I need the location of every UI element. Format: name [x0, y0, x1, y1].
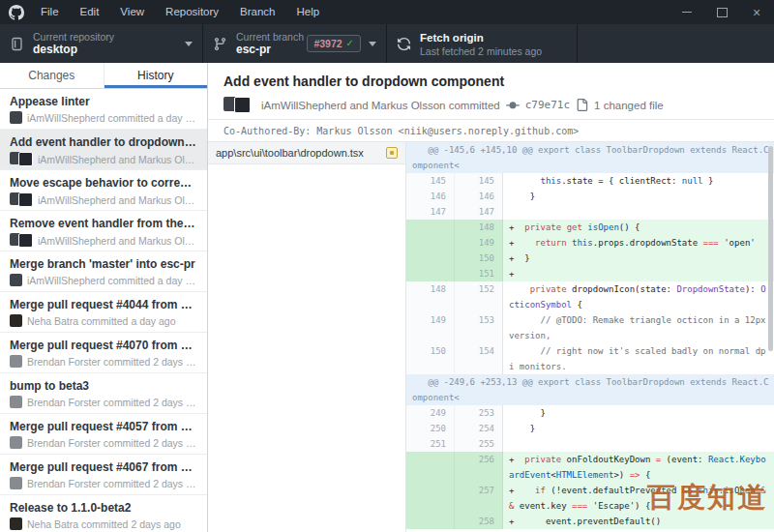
maximize-button[interactable]: [704, 0, 739, 24]
menu-item-repository[interactable]: Repository: [155, 0, 229, 24]
commit-list-item[interactable]: Merge pull request #4044 from desktop/re…: [0, 292, 207, 333]
menu-item-edit[interactable]: Edit: [70, 0, 110, 24]
commit-item-avatars: [10, 152, 33, 166]
code-token: onFoldoutKeyDown: [561, 455, 656, 464]
commit-item-title: Add event handler to dropdown component: [10, 135, 197, 149]
commit-list-item[interactable]: bump to beta3Brendan Forster committed 2…: [0, 373, 207, 414]
diff-old-line-number: [406, 220, 455, 235]
code-token: private: [524, 222, 561, 232]
code-token: +: [509, 455, 524, 464]
commit-item-meta-text: iAmWillShepherd committed a day ago: [27, 275, 197, 286]
code-token: +: [509, 222, 524, 232]
tab-changes[interactable]: Changes: [0, 63, 104, 88]
menu-item-file[interactable]: File: [30, 0, 70, 24]
avatar: [234, 97, 251, 113]
diff-old-line-number: [406, 483, 455, 514]
diff-new-line-number: 151: [455, 266, 503, 281]
code-token: private: [530, 284, 567, 294]
current-branch-button[interactable]: Current branch esc-pr #3972 ✓: [203, 24, 387, 63]
changed-files-panel: app\src\ui\toolbar\dropdown.tsx: [208, 142, 406, 532]
diff-line-context: 148152 private dropdownIcon(state: Dropd…: [406, 281, 774, 312]
diff-line-context: 149153 // @TODO: Remake triangle octicon…: [406, 312, 774, 343]
commit-item-title: Release to 1.1.0-beta2: [10, 501, 197, 515]
commit-list-item[interactable]: Merge branch 'master' into esc-priAmWill…: [0, 251, 207, 292]
code-token: +: [509, 486, 535, 495]
diff-hunk-header: @@ -249,6 +253,13 @@ export class Toolba…: [406, 374, 774, 405]
diff-old-line-number: 250: [406, 421, 455, 436]
commit-item-meta-text: Brendan Forster committed 2 days ago: [27, 356, 197, 368]
commit-list-item[interactable]: Remove event handler from the branches l…: [0, 211, 207, 251]
commit-item-title: Merge pull request #4067 from desktop/up…: [10, 460, 197, 474]
diff-code-line: }: [503, 405, 774, 421]
tab-history[interactable]: History: [104, 63, 208, 88]
diff-line-added: 148+ private get isOpen() {: [406, 220, 774, 235]
commit-item-meta-text: iAmWillShepherd and Markus Olsson commit…: [38, 154, 197, 165]
commit-title: Add event handler to dropdown component: [223, 74, 759, 89]
code-token: + }: [509, 253, 530, 263]
fetch-origin-subtitle: Last fetched 2 minutes ago: [420, 45, 542, 57]
commit-item-meta-text: Brendan Forster committed 2 days ago: [27, 437, 197, 449]
diff-code-line: + }: [503, 251, 774, 266]
diff-line-added: 257+ if (!event.defaultPrevented && this…: [406, 483, 774, 514]
file-list-item[interactable]: app\src\ui\toolbar\dropdown.tsx: [208, 142, 405, 164]
file-modified-icon: [386, 147, 398, 159]
code-token: ===: [572, 501, 587, 511]
commit-item-avatars: [10, 355, 22, 368]
diff-scrollbar-thumb[interactable]: [768, 146, 773, 351]
avatar: [10, 314, 22, 327]
diff-old-line-number: [406, 514, 455, 529]
diff-new-line-number: 253: [455, 405, 503, 421]
github-logo-icon: [9, 5, 24, 20]
code-token: .props.dropdownState: [593, 238, 703, 248]
diff-code-line: // right now it's scaled badly on normal…: [503, 343, 774, 374]
diff-new-line-number: 150: [455, 251, 503, 266]
commit-item-title: Merge branch 'master' into esc-pr: [10, 257, 197, 271]
menu-item-help[interactable]: Help: [285, 0, 330, 24]
commit-list-item[interactable]: Move escape behavior to correct componen…: [0, 170, 207, 211]
code-token: [509, 346, 541, 356]
code-token: 'open': [724, 238, 756, 248]
commit-list-item[interactable]: Merge pull request #4057 from desktop/fi…: [0, 414, 207, 455]
code-token: }: [509, 424, 535, 433]
fetch-origin-button[interactable]: Fetch origin Last fetched 2 minutes ago: [387, 24, 578, 63]
diff-line-context: 146146 }: [406, 189, 774, 204]
avatar: [18, 192, 33, 207]
commit-item-meta: iAmWillShepherd and Markus Olsson commit…: [10, 192, 197, 207]
code-token: }: [703, 176, 714, 186]
code-token: event.key: [514, 501, 572, 511]
commit-list-item[interactable]: Release to 1.1.0-beta2Neha Batra committ…: [0, 495, 207, 532]
commit-item-title: Remove event handler from the branches l…: [10, 217, 197, 230]
diff-line-context: 145145 this.state = { clientRect: null }: [406, 173, 774, 189]
commit-list-item[interactable]: Add event handler to dropdown componenti…: [0, 130, 207, 170]
avatar: [10, 436, 22, 449]
commit-list-item[interactable]: Appease linteriAmWillShepherd committed …: [0, 89, 207, 130]
current-repository-button[interactable]: Current repository desktop: [0, 24, 203, 63]
commit-item-meta: Brendan Forster committed 2 days ago: [10, 396, 197, 408]
commit-item-meta-text: Neha Batra committed a day ago: [27, 315, 176, 327]
diff-code-line: + return this.props.dropdownState === 'o…: [503, 235, 774, 251]
diff-code-line: private dropdownIcon(state: DropdownStat…: [503, 281, 774, 312]
pr-number: #3972: [313, 38, 342, 49]
avatar: [18, 233, 33, 248]
menu-item-branch[interactable]: Branch: [229, 0, 285, 24]
commit-item-meta: Neha Batra committed 2 days ago: [10, 517, 197, 530]
git-branch-icon: [213, 37, 227, 51]
commit-item-avatars: [10, 477, 22, 489]
diff-panel: @@ -145,6 +145,10 @@ export class Toolba…: [406, 142, 774, 532]
commit-list-item[interactable]: Merge pull request #4070 from desktop/bu…: [0, 333, 207, 373]
diff-code-line: + if (!event.defaultPrevented && this.is…: [503, 483, 774, 514]
menu-item-view[interactable]: View: [109, 0, 155, 24]
code-token: () {: [619, 222, 640, 232]
code-token: // @TODO: Remake triangle octicon in a 1…: [509, 315, 771, 340]
diff-line-added: 150+ }: [406, 251, 774, 266]
minimize-button[interactable]: [670, 0, 704, 24]
commit-list-item[interactable]: Merge pull request #4067 from desktop/up…: [0, 455, 207, 495]
pr-check-icon: ✓: [346, 39, 354, 48]
commit-item-title: Merge pull request #4070 from desktop/bu…: [10, 339, 197, 352]
pr-status-badge: #3972 ✓: [307, 35, 361, 52]
diff-code-line: + private get isOpen() {: [503, 220, 774, 235]
commit-authors: iAmWillShepherd and Markus Olsson commit…: [261, 100, 500, 111]
commit-item-avatars: [10, 111, 22, 124]
commit-history-list: Appease linteriAmWillShepherd committed …: [0, 89, 207, 532]
close-button[interactable]: ×: [739, 0, 774, 24]
